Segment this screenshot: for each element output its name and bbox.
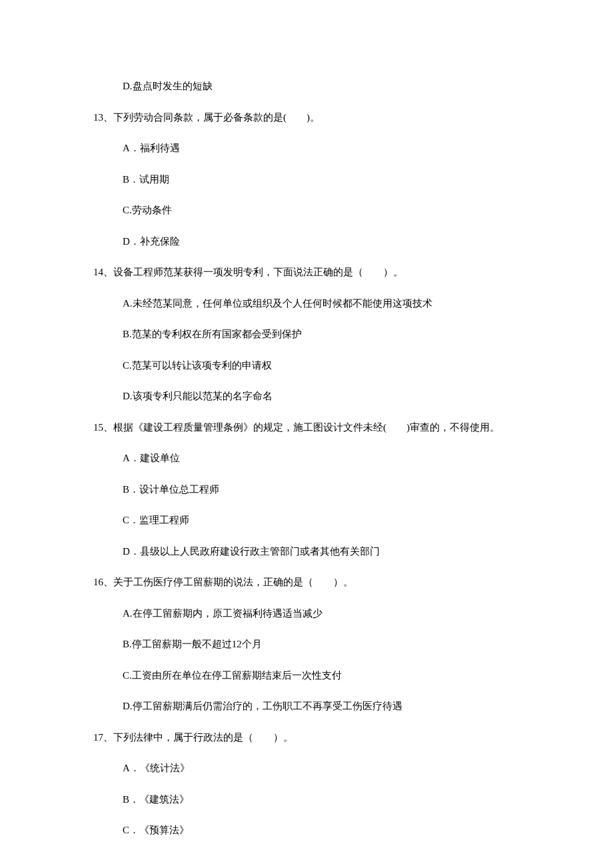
question-body: 设备工程师范某获得一项发明专利，下面说法正确的是（ ）。 — [113, 267, 403, 277]
option-a: A．福利待遇 — [93, 141, 520, 156]
question-body: 下列劳动合同条款，属于必备条款的是( )。 — [113, 112, 320, 123]
question-text: 16、关于工伤医疗停工留薪期的说法，正确的是（ ）。 — [93, 575, 520, 590]
option-b: B．《建筑法》 — [93, 792, 520, 807]
option-text: B．《建筑法》 — [123, 794, 189, 805]
option-text: D.停工留薪期满后仍需治疗的，工伤职工不再享受工伤医疗待遇 — [123, 701, 402, 711]
option-d: D．县级以上人民政府建设行政主管部门或者其他有关部门 — [93, 544, 520, 559]
question-body: 根据《建设工程质量管理条例》的规定，施工图设计文件未经( )审查的，不得使用。 — [113, 422, 500, 433]
question-body: 下列法律中，属于行政法的是（ ）。 — [113, 732, 293, 743]
option-a: A．《统计法》 — [93, 761, 520, 776]
question-body: 关于工伤医疗停工留薪期的说法，正确的是（ ）。 — [113, 577, 353, 587]
option-c: C.劳动条件 — [93, 203, 520, 218]
question-text: 15、根据《建设工程质量管理条例》的规定，施工图设计文件未经( )审查的，不得使… — [93, 420, 520, 435]
option-text: B.范某的专利权在所有国家都会受到保护 — [123, 329, 302, 339]
option-text: C．监理工程师 — [123, 515, 189, 525]
option-c: C.工资由所在单位在停工留薪期结束后一次性支付 — [93, 668, 520, 683]
question-number: 13、 — [93, 112, 113, 123]
option-b: B.范某的专利权在所有国家都会受到保护 — [93, 327, 520, 342]
option-text: A.未经范某同意，任何单位或组织及个人任何时候都不能使用这项技术 — [123, 298, 432, 309]
question-number: 17、 — [93, 732, 113, 743]
option-text: A．建设单位 — [123, 453, 180, 463]
option-text: C.范某可以转让该项专利的申请权 — [123, 360, 272, 371]
option-text: D．县级以上人民政府建设行政主管部门或者其他有关部门 — [123, 546, 380, 557]
question-17: 17、下列法律中，属于行政法的是（ ）。 A．《统计法》 B．《建筑法》 C．《… — [93, 730, 520, 838]
option-b: B．试用期 — [93, 172, 520, 187]
option-text: A．《统计法》 — [123, 763, 190, 773]
option-c: C．《预算法》 — [93, 823, 520, 838]
question-number: 14、 — [93, 267, 113, 277]
option-b: B．设计单位总工程师 — [93, 482, 520, 497]
option-a: A.未经范某同意，任何单位或组织及个人任何时候都不能使用这项技术 — [93, 296, 520, 311]
question-14: 14、设备工程师范某获得一项发明专利，下面说法正确的是（ ）。 A.未经范某同意… — [93, 265, 520, 404]
option-text: A．福利待遇 — [123, 143, 180, 153]
option-text: D.盘点时发生的短缺 — [123, 81, 213, 91]
question-number: 16、 — [93, 577, 113, 587]
option-text: D.该项专利只能以范某的名字命名 — [123, 391, 273, 401]
option-c: C.范某可以转让该项专利的申请权 — [93, 358, 520, 373]
question-13: 13、下列劳动合同条款，属于必备条款的是( )。 A．福利待遇 B．试用期 C.… — [93, 110, 520, 249]
option-text: B．试用期 — [123, 174, 169, 185]
option-d: D.停工留薪期满后仍需治疗的，工伤职工不再享受工伤医疗待遇 — [93, 699, 520, 714]
option-a: A．建设单位 — [93, 451, 520, 466]
question-text: 17、下列法律中，属于行政法的是（ ）。 — [93, 730, 520, 745]
option-d: D.该项专利只能以范某的名字命名 — [93, 389, 520, 404]
orphan-option: D.盘点时发生的短缺 — [93, 79, 520, 94]
question-text: 13、下列劳动合同条款，属于必备条款的是( )。 — [93, 110, 520, 125]
option-text: C.劳动条件 — [123, 205, 172, 215]
option-d: D．补充保险 — [93, 234, 520, 249]
option-text: B．设计单位总工程师 — [123, 484, 219, 495]
option-c: C．监理工程师 — [93, 513, 520, 528]
option-text: A.在停工留薪期内，原工资福利待遇适当减少 — [123, 608, 322, 619]
question-15: 15、根据《建设工程质量管理条例》的规定，施工图设计文件未经( )审查的，不得使… — [93, 420, 520, 559]
question-16: 16、关于工伤医疗停工留薪期的说法，正确的是（ ）。 A.在停工留薪期内，原工资… — [93, 575, 520, 714]
question-number: 15、 — [93, 422, 113, 433]
option-text: C.工资由所在单位在停工留薪期结束后一次性支付 — [123, 670, 342, 681]
option-b: B.停工留薪期一般不超过12个月 — [93, 637, 520, 652]
option-text: C．《预算法》 — [123, 825, 189, 835]
option-text: B.停工留薪期一般不超过12个月 — [123, 639, 262, 649]
option-a: A.在停工留薪期内，原工资福利待遇适当减少 — [93, 606, 520, 621]
question-text: 14、设备工程师范某获得一项发明专利，下面说法正确的是（ ）。 — [93, 265, 520, 280]
option-text: D．补充保险 — [123, 236, 180, 247]
